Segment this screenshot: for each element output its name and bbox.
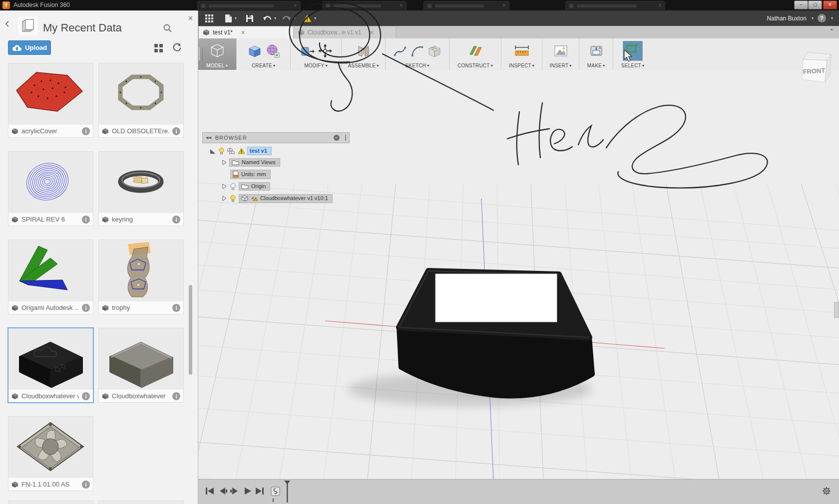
ribbon-group-label: SELECT xyxy=(621,63,641,68)
info-icon[interactable]: i xyxy=(82,127,90,135)
close-icon[interactable]: ✕ xyxy=(241,29,245,36)
gear-icon[interactable] xyxy=(822,487,831,496)
ribbon-group-assemble[interactable]: ASSEMBLE▾ xyxy=(342,38,386,70)
timeline-feature-icon[interactable] xyxy=(271,486,282,498)
info-icon[interactable]: i xyxy=(82,392,90,400)
viewport-3d[interactable]: ◀◀ BROWSER − test v1 Named Views xyxy=(198,70,839,479)
info-icon[interactable]: i xyxy=(172,304,180,312)
search-icon[interactable] xyxy=(163,23,172,33)
file-menu-icon[interactable]: ▾ xyxy=(225,14,237,23)
close-icon[interactable]: ✕ xyxy=(188,14,193,22)
viewcube-front-label[interactable]: FRONT xyxy=(803,66,826,75)
tree-row-named-views[interactable]: Named Views xyxy=(221,158,280,167)
panel-grip[interactable] xyxy=(345,135,346,141)
timeline-position-marker[interactable] xyxy=(284,481,291,503)
expand-arrow-icon[interactable] xyxy=(221,183,227,190)
step-forward-button[interactable] xyxy=(230,487,240,496)
redo-icon[interactable]: ▾ xyxy=(282,15,296,22)
tree-node[interactable]: Origin xyxy=(239,182,270,191)
doc-tab-test-v1[interactable]: test v1* ✕ xyxy=(198,26,301,38)
expand-arrow-icon[interactable] xyxy=(221,195,227,202)
upload-button[interactable]: Upload xyxy=(8,40,51,55)
collapse-toolbar-icon[interactable]: ⌃ xyxy=(830,28,834,34)
close-icon[interactable]: ✕ xyxy=(369,29,374,36)
ribbon-group-make[interactable]: MAKE▾ xyxy=(579,38,613,70)
recent-file-card[interactable]: Origami Autodesk ... i xyxy=(8,240,93,314)
help-icon[interactable]: ? xyxy=(818,14,826,22)
chevron-down-icon[interactable]: ▾ xyxy=(831,16,833,20)
expanded-arrow-icon[interactable] xyxy=(209,148,216,154)
skip-to-end-button[interactable] xyxy=(255,487,265,496)
tree-row-units[interactable]: Units: mm xyxy=(230,170,271,179)
tree-row-origin[interactable]: Origin xyxy=(221,182,270,191)
undo-icon[interactable]: ▾ xyxy=(263,15,276,22)
tree-node-label[interactable]: test v1 xyxy=(247,147,272,155)
user-name[interactable]: Nathan Buxton xyxy=(767,15,807,22)
expand-arrow-icon[interactable] xyxy=(221,159,227,166)
recent-file-card[interactable]: trophy i xyxy=(98,240,184,314)
toolbar-grip[interactable] xyxy=(199,47,203,60)
ribbon-group-label: SKETCH xyxy=(406,63,426,68)
thumbnail-keyring xyxy=(99,152,183,213)
chevron-down-icon[interactable]: ▾ xyxy=(314,16,316,20)
tree-node[interactable]: Units: mm xyxy=(230,170,271,179)
recent-file-card-selected[interactable]: Cloudboxwhatever v1 i xyxy=(7,327,94,403)
ribbon-group-insert[interactable]: INSERT▾ xyxy=(542,38,579,70)
recent-file-card[interactable]: Cloudboxwhatever i xyxy=(98,328,184,403)
tree-row-root[interactable]: test v1 xyxy=(209,146,272,156)
ribbon-group-create[interactable]: CREATE▾ xyxy=(237,38,291,70)
chevron-down-icon[interactable]: ▾ xyxy=(812,16,814,20)
collapse-panel-icon[interactable]: ◀◀ xyxy=(206,136,211,140)
browser-panel: ◀◀ BROWSER − test v1 Named Views xyxy=(202,132,350,143)
recent-file-card[interactable]: keyring i xyxy=(98,151,184,226)
tree-node[interactable]: Cloudboxwhatever v1 v10:1 xyxy=(239,194,333,203)
viewcube[interactable]: FRONT xyxy=(796,49,836,89)
ribbon-group-construct[interactable]: CONSTRUCT▾ xyxy=(449,38,501,70)
visibility-bulb-off-icon[interactable] xyxy=(229,183,237,191)
save-icon[interactable] xyxy=(246,14,254,22)
window-minimize-button[interactable]: – xyxy=(794,0,808,9)
info-icon[interactable]: i xyxy=(172,127,180,135)
chevron-down-icon[interactable]: ▾ xyxy=(235,16,237,20)
minimize-panel-icon[interactable]: − xyxy=(334,135,340,141)
skip-to-start-button[interactable] xyxy=(205,487,215,496)
recent-file-card[interactable]: acrylicCover i xyxy=(8,63,93,138)
back-icon[interactable]: ‹ xyxy=(5,17,9,28)
info-icon[interactable]: i xyxy=(82,216,90,224)
recent-file-card[interactable]: FN-1.1 01.00 AS i xyxy=(8,416,93,491)
doc-tab-label: test v1* xyxy=(213,29,233,36)
visibility-bulb-icon[interactable] xyxy=(218,147,225,155)
play-button[interactable] xyxy=(243,487,253,496)
tree-node[interactable]: Named Views xyxy=(229,158,280,167)
info-icon[interactable]: i xyxy=(172,392,180,400)
chevron-down-icon[interactable]: ▾ xyxy=(274,16,276,20)
ribbon-group-sketch[interactable]: SKETCH▾ xyxy=(386,38,449,70)
step-back-button[interactable] xyxy=(218,487,228,496)
doc-tab-cloudbox[interactable]: Cloudboxw...e v1 v1 ✕ xyxy=(293,26,396,38)
fusion-logo-icon: f xyxy=(2,1,10,9)
info-icon[interactable]: i xyxy=(82,481,90,489)
visibility-bulb-icon[interactable] xyxy=(229,195,237,203)
joint-icon xyxy=(356,43,371,58)
white-decal[interactable] xyxy=(435,274,557,322)
ribbon-group-inspect[interactable]: INSPECT▾ xyxy=(501,38,542,70)
refresh-icon[interactable] xyxy=(172,42,182,53)
info-icon[interactable]: i xyxy=(172,216,180,224)
recent-file-card[interactable]: SPIRAL REV 6 i xyxy=(8,151,93,226)
chevron-down-icon[interactable]: ▾ xyxy=(294,16,296,20)
browser-panel-title: BROWSER xyxy=(215,135,247,141)
model-cube-icon xyxy=(102,393,109,400)
model-black-box[interactable] xyxy=(399,271,592,396)
info-icon[interactable]: i xyxy=(82,304,90,312)
window-close-button[interactable]: ✕ xyxy=(823,0,837,9)
browser-panel-header[interactable]: ◀◀ BROWSER − xyxy=(202,132,350,143)
ribbon-group-modify[interactable]: MODIFY▾ xyxy=(291,38,342,70)
recent-file-card[interactable]: OLD OBSOLETEre... i xyxy=(98,63,184,138)
grid-view-icon[interactable] xyxy=(154,43,163,53)
tree-row-cloudbox-component[interactable]: Cloudboxwhatever v1 v10:1 xyxy=(221,194,333,203)
notification-warning-icon[interactable]: ▾ xyxy=(303,14,316,22)
panel-scrollbar[interactable] xyxy=(189,285,192,375)
app-grid-menu-icon[interactable] xyxy=(205,14,214,23)
ribbon-group-model[interactable]: MODEL▾ xyxy=(198,38,237,70)
window-restore-button[interactable]: ▢ xyxy=(808,0,822,9)
